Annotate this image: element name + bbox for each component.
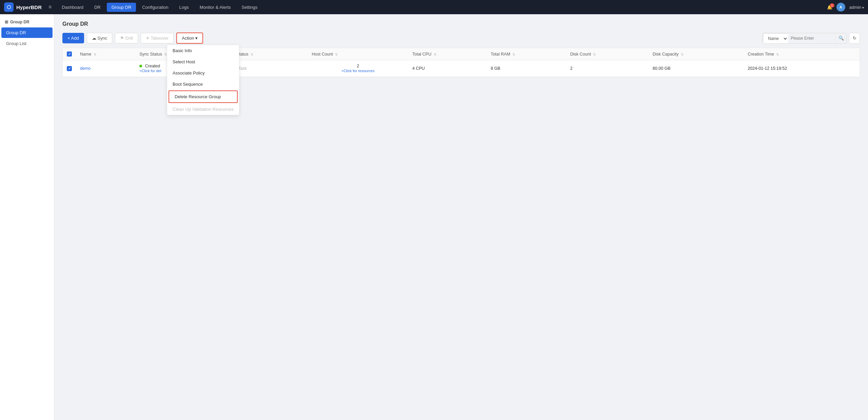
sort-host-icon: ⇅ <box>335 52 338 56</box>
nav-logs[interactable]: Logs <box>175 3 194 12</box>
col-host-count[interactable]: Host Count ⇅ <box>308 48 408 60</box>
row-creation-time: 2024-01-12 15:19:52 <box>744 60 860 77</box>
grid-icon: ⊞ <box>5 20 8 24</box>
sync-button[interactable]: ☁ Sync <box>87 33 113 43</box>
menu-clean-up: Clean Up Validation Resources <box>167 104 239 115</box>
sort-name-icon: ⇅ <box>94 52 96 56</box>
search-icon[interactable]: 🔍 <box>835 33 847 43</box>
menu-boot-sequence[interactable]: Boot Sequence <box>167 79 239 90</box>
row-host-count: 2 >Click for resources <box>308 60 408 77</box>
nav-configuration[interactable]: Configuration <box>137 3 173 12</box>
sync-status-dot <box>139 65 142 67</box>
nav-monitor-alerts[interactable]: Monitor & Alerts <box>195 3 236 12</box>
action-button[interactable]: Action ▾ <box>176 33 203 44</box>
sidebar-section: ⊞ Group DR <box>0 17 54 27</box>
app-name: HyperBDR <box>16 4 42 10</box>
menu-associate-policy[interactable]: Associate Policy <box>167 67 239 79</box>
search-input[interactable] <box>788 33 835 43</box>
col-disk-capacity[interactable]: Disk Capacity ⇅ <box>649 48 744 60</box>
sidebar-item-group-list-label: Group List <box>6 41 26 46</box>
avatar: A <box>836 3 845 12</box>
row-checkbox-cell[interactable] <box>63 60 76 77</box>
col-total-cpu[interactable]: Total CPU ⇅ <box>408 48 487 60</box>
select-all-checkbox[interactable] <box>67 51 72 57</box>
search-field-select[interactable]: Name <box>763 33 788 44</box>
menu-basic-info[interactable]: Basic Info <box>167 45 239 56</box>
admin-menu[interactable]: admin <box>849 5 864 10</box>
sidebar-item-group-dr-label: Group DR <box>6 30 26 35</box>
notification-bell[interactable]: 🔔 1 <box>827 5 832 10</box>
row-disk-count: 2 <box>566 60 649 77</box>
refresh-button[interactable]: ↻ <box>849 33 860 44</box>
app-logo[interactable]: ⬡ HyperBDR <box>4 2 42 12</box>
page-title: Group DR <box>62 21 860 27</box>
nav-dashboard[interactable]: Dashboard <box>57 3 88 12</box>
row-disk-capacity: 80.00 GB <box>649 60 744 77</box>
nav-items: Dashboard DR Group DR Configuration Logs… <box>57 3 827 12</box>
hamburger-icon[interactable]: ≡ <box>48 4 52 10</box>
toolbar: + Add ☁ Sync ⚑ Drill ✈ Takeover Action ▾… <box>62 33 860 44</box>
sort-time-icon: ⇅ <box>776 52 779 56</box>
col-name[interactable]: Name ⇅ <box>76 48 135 60</box>
notification-badge: 1 <box>830 3 834 7</box>
takeover-button[interactable]: ✈ Takeover <box>141 33 174 43</box>
action-dropdown-menu: Basic Info Select Host Associate Policy … <box>167 45 239 115</box>
select-all-header[interactable] <box>63 48 76 60</box>
add-button[interactable]: + Add <box>62 33 84 43</box>
menu-delete-resource-group[interactable]: Delete Resource Group <box>169 90 238 103</box>
row-name[interactable]: demo <box>76 60 135 77</box>
row-total-ram: 8 GB <box>487 60 566 77</box>
sort-disk-cap-icon: ⇅ <box>681 52 684 56</box>
row-total-cpu: 4 CPU <box>408 60 487 77</box>
nav-right: 🔔 1 A admin <box>827 3 864 12</box>
sort-cpu-icon: ⇅ <box>434 52 436 56</box>
menu-select-host[interactable]: Select Host <box>167 56 239 67</box>
sort-boot-icon: ⇅ <box>251 52 253 56</box>
main-content: Group DR + Add ☁ Sync ⚑ Drill ✈ Takeover… <box>54 14 868 420</box>
col-creation-time[interactable]: Creation Time ⇅ <box>744 48 860 60</box>
sort-disk-count-icon: ⇅ <box>593 52 596 56</box>
drill-button[interactable]: ⚑ Drill <box>115 33 138 43</box>
col-disk-count[interactable]: Disk Count ⇅ <box>566 48 649 60</box>
search-area: Name 🔍 ↻ <box>763 33 860 44</box>
sidebar-item-group-dr[interactable]: Group DR <box>1 27 53 38</box>
top-nav: ⬡ HyperBDR ≡ Dashboard DR Group DR Confi… <box>0 0 868 14</box>
logo-icon: ⬡ <box>4 2 14 12</box>
row-checkbox[interactable] <box>67 66 72 71</box>
sidebar: ⊞ Group DR Group DR Group List <box>0 14 54 420</box>
sort-ram-icon: ⇅ <box>512 52 515 56</box>
nav-dr[interactable]: DR <box>90 3 105 12</box>
col-total-ram[interactable]: Total RAM ⇅ <box>487 48 566 60</box>
sidebar-item-group-list[interactable]: Group List <box>1 38 53 49</box>
refresh-icon: ↻ <box>853 36 856 41</box>
nav-group-dr[interactable]: Group DR <box>107 3 136 12</box>
nav-settings[interactable]: Settings <box>237 3 262 12</box>
sidebar-section-title-text: Group DR <box>10 20 29 24</box>
